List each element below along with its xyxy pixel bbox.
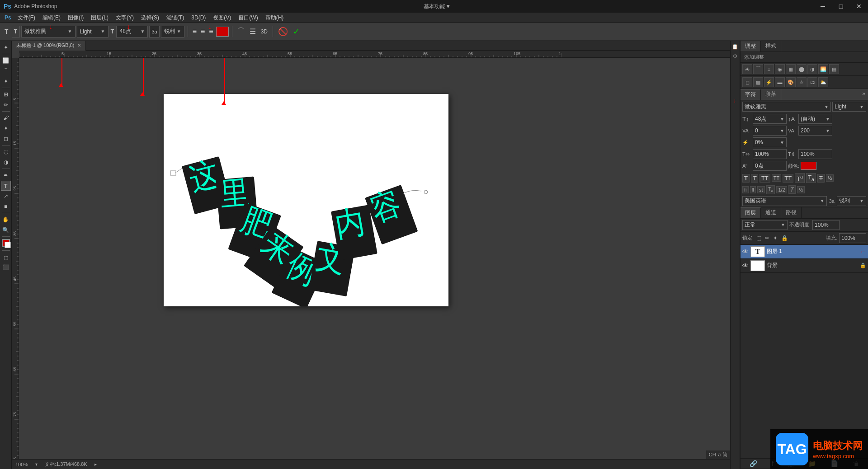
font-family-selector[interactable]: 微软雅黑 ▼ [21, 26, 75, 38]
tab-char[interactable]: 字符 [741, 89, 761, 100]
maximize-btn[interactable]: □ [832, 0, 850, 13]
char-panel-toggle-btn[interactable]: ☰ [248, 27, 258, 36]
char-size-input[interactable]: 48点 ▼ [753, 114, 787, 124]
type-tool-icon[interactable]: T [3, 28, 10, 35]
adj-curves[interactable]: ⌒ [753, 64, 763, 74]
tool-blur[interactable]: ◌ [1, 147, 11, 157]
char-frac-btn[interactable]: ½ [826, 174, 834, 182]
tool-magic-wand[interactable]: ✦ [1, 76, 11, 86]
layer-blend-mode[interactable]: 正常 ▼ [742, 220, 788, 230]
adj-hsl[interactable]: ▦ [786, 64, 796, 74]
menu-image[interactable]: 图像(I) [64, 13, 87, 23]
menu-ps[interactable]: Ps [2, 13, 14, 23]
adj-levels[interactable]: ▤ [829, 64, 839, 74]
char-tracking-input[interactable]: 0 ▼ [753, 126, 787, 136]
char-color-swatch[interactable] [801, 162, 816, 170]
tool-zoom[interactable]: 🔍 [1, 225, 11, 235]
close-btn[interactable]: ✕ [850, 0, 868, 13]
align-center-btn[interactable]: ≡ [199, 28, 206, 36]
options-icon[interactable]: ⚙ [731, 52, 739, 60]
sharp-selector[interactable]: 锐利 ▼ [161, 26, 184, 38]
lock-transparent-btn[interactable]: ⬚ [755, 235, 762, 241]
char-strike-btn[interactable]: T [817, 174, 825, 183]
lock-image-btn[interactable]: ✏ [764, 235, 770, 241]
screen-mode-btn[interactable]: ⬛ [1, 263, 10, 272]
char-allcaps-btn[interactable]: TT [783, 174, 793, 183]
menu-file[interactable]: 文件(F) [14, 13, 39, 23]
char-fl-btn[interactable]: fl [750, 186, 756, 193]
adj-selectcolor[interactable]: 🎨 [786, 77, 796, 87]
cancel-type-btn[interactable]: 🚫 [276, 27, 290, 37]
char-underline-btn[interactable]: TT [760, 174, 770, 183]
char-super-btn[interactable]: Ta [795, 173, 805, 183]
adj-bw[interactable]: ◑ [807, 64, 817, 74]
char-lang-select[interactable]: 美国英语 ▼ [742, 196, 827, 206]
layer-link-btn[interactable]: 🔗 [750, 460, 757, 467]
tool-text[interactable]: T [1, 181, 11, 191]
adj-channelmix[interactable]: ⚛ [797, 77, 807, 87]
warp-text-btn[interactable]: ⌒ [236, 27, 246, 36]
char-scaleh-input[interactable]: 100% [753, 149, 787, 159]
history-icon[interactable]: 📋 [731, 42, 739, 51]
char-titling-btn[interactable]: ½ [797, 186, 805, 193]
adj-posterize[interactable]: ▩ [753, 77, 763, 87]
foreground-color[interactable] [2, 239, 10, 247]
text-color-swatch[interactable] [216, 27, 229, 37]
commit-type-btn[interactable]: ✓ [291, 27, 302, 37]
layer-opacity-input[interactable]: 100% [812, 220, 840, 230]
tool-clone[interactable]: ✦ [1, 123, 11, 133]
char-liga-btn[interactable]: st [757, 186, 765, 193]
zoom-percent-icon[interactable]: ▾ [35, 462, 38, 467]
adj-vibrance[interactable]: ◉ [775, 64, 785, 74]
tool-shape[interactable]: ■ [1, 202, 11, 211]
char-aa-select[interactable]: 锐利 ▼ [837, 196, 866, 206]
menu-text[interactable]: 文字(Y) [112, 13, 137, 23]
tool-eraser[interactable]: ◻ [1, 134, 11, 144]
tab-paths[interactable]: 路径 [781, 207, 802, 218]
char-italic-btn[interactable]: T [751, 174, 758, 183]
adj-brightness[interactable]: ☀ [742, 64, 752, 74]
tab-close-btn[interactable]: ✕ [77, 43, 81, 48]
tab-channels[interactable]: 通道 [761, 207, 781, 218]
adj-gradient[interactable]: ▬ [775, 77, 785, 87]
tool-brush[interactable]: 🖌 [1, 113, 11, 123]
char-expand-btn[interactable]: » [859, 89, 868, 100]
font-style-selector[interactable]: Light ▼ [77, 26, 108, 38]
tool-lasso[interactable]: ⌒ [1, 66, 11, 76]
document-tab[interactable]: 未标题-1 @ 100%(RGB,8) ✕ [12, 41, 86, 51]
char-baseline-input[interactable]: 0% ▼ [753, 137, 787, 147]
adj-photo[interactable]: 🌅 [818, 64, 828, 74]
layer-item-1[interactable]: 👁 T 图层 1 ← [741, 245, 868, 259]
tool-dodge[interactable]: ◑ [1, 157, 11, 167]
lock-all-btn[interactable]: 🔒 [780, 235, 789, 241]
adj-exposure[interactable]: ± [764, 64, 774, 74]
char-fi-btn[interactable]: fi [742, 186, 749, 193]
tool-hand[interactable]: ✋ [1, 215, 11, 225]
aa-selector[interactable]: 3a [149, 26, 159, 38]
char-swash-btn[interactable]: T [788, 185, 796, 194]
char-font-style[interactable]: Light ▼ [832, 102, 866, 112]
char-ordinal-btn[interactable]: 1/2 [776, 186, 787, 193]
adj-threshold[interactable]: ⚡ [764, 77, 774, 87]
menu-edit[interactable]: 编辑(E) [39, 13, 64, 23]
align-right-btn[interactable]: ≡ [208, 28, 214, 36]
layer-fill-input[interactable]: 100% [839, 233, 866, 243]
tab-layers[interactable]: 图层 [741, 207, 761, 218]
char-bold-btn[interactable]: T [742, 174, 750, 183]
layer-1-eye[interactable]: 👁 [742, 248, 749, 255]
tool-eyedropper[interactable]: ✏ [1, 100, 11, 110]
menu-help[interactable]: 帮助(H) [262, 13, 288, 23]
char-leading-input[interactable]: (自动) ▼ [798, 114, 832, 124]
align-left-btn[interactable]: ≡ [191, 28, 198, 36]
font-size-selector[interactable]: 48点 ▼ [116, 26, 148, 38]
adj-shadow[interactable]: ⛅ [818, 77, 828, 87]
arrow-expand[interactable]: ▸ [94, 462, 97, 467]
char-smallcaps-btn[interactable]: TT [772, 174, 781, 182]
char-sub-btn[interactable]: Ta [806, 173, 816, 183]
menu-layer[interactable]: 图层(L) [87, 13, 112, 23]
quick-mask-btn[interactable]: ⬚ [1, 253, 10, 262]
tool-rect-select[interactable]: ⬜ [1, 56, 11, 66]
char-kerning-input[interactable]: 200 ▼ [798, 126, 832, 136]
tool-path-select[interactable]: ↗ [1, 191, 11, 201]
tab-style[interactable]: 样式 [761, 41, 781, 52]
